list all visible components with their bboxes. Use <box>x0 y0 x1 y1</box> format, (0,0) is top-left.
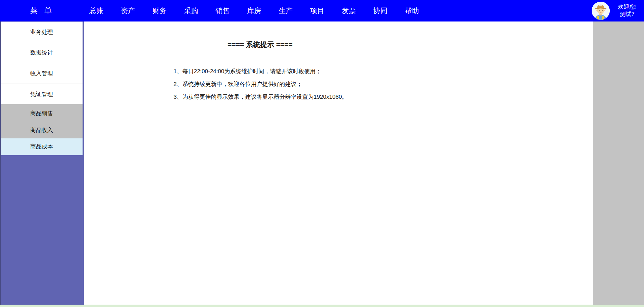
sidebar-subitem-product-sales[interactable]: 商品销售 <box>1 105 83 122</box>
main-content: ==== 系统提示 ==== 1、每日22:00-24:00为系统维护时间，请避… <box>84 21 593 305</box>
notice-line-maintenance: 1、每日22:00-24:00为系统维护时间，请避开该时段使用； <box>174 65 593 78</box>
nav-item-finance[interactable]: 财务 <box>152 0 166 21</box>
right-gray-strip <box>593 21 644 305</box>
sidebar-item-voucher-management[interactable]: 凭证管理 <box>1 84 83 105</box>
sidebar-item-data-statistics[interactable]: 数据统计 <box>1 42 83 63</box>
menu-button[interactable]: 菜 单 <box>30 6 52 16</box>
welcome-block: 欢迎您! 测试7 <box>615 3 639 18</box>
bottom-green-strip <box>0 305 644 307</box>
system-notice-list: 1、每日22:00-24:00为系统维护时间，请避开该时段使用； 2、系统持续更… <box>174 65 593 103</box>
notice-line-updates: 2、系统持续更新中，欢迎各位用户提供好的建议； <box>174 78 593 91</box>
nav-item-projects[interactable]: 项目 <box>310 0 324 21</box>
user-area: 欢迎您! 测试7 <box>592 0 639 21</box>
sidebar: 业务处理 数据统计 收入管理 凭证管理 商品销售 商品收入 商品成本 <box>0 21 84 305</box>
top-navigation-bar: 菜 单 总账 资产 财务 采购 销售 库房 生产 项目 发票 协同 帮助 <box>0 0 644 21</box>
nav-item-procurement[interactable]: 采购 <box>184 0 198 21</box>
nav-item-sales[interactable]: 销售 <box>215 0 230 21</box>
notice-line-resolution: 3、为获得更佳的显示效果，建议将显示器分辨率设置为1920x1080。 <box>174 91 593 103</box>
nav-item-general-ledger[interactable]: 总账 <box>89 0 103 21</box>
nav-item-help[interactable]: 帮助 <box>405 0 419 21</box>
welcome-text: 欢迎您! <box>615 3 639 11</box>
sidebar-item-business-processing[interactable]: 业务处理 <box>1 21 83 42</box>
nav-item-assets[interactable]: 资产 <box>121 0 135 21</box>
sidebar-item-income-management[interactable]: 收入管理 <box>1 63 83 84</box>
nav-item-production[interactable]: 生产 <box>279 0 293 21</box>
username-text: 测试7 <box>615 11 639 18</box>
sidebar-subitem-product-income[interactable]: 商品收入 <box>1 122 83 138</box>
top-nav: 总账 资产 财务 采购 销售 库房 生产 项目 发票 协同 帮助 <box>89 0 419 21</box>
nav-item-collaboration[interactable]: 协同 <box>373 0 387 21</box>
sidebar-subitem-product-cost[interactable]: 商品成本 <box>1 138 83 155</box>
user-avatar[interactable] <box>592 2 610 20</box>
nav-item-invoices[interactable]: 发票 <box>342 0 356 21</box>
system-notice-title: ==== 系统提示 ==== <box>173 40 347 49</box>
nav-item-warehouse[interactable]: 库房 <box>247 0 261 21</box>
farmer-avatar-icon <box>592 2 610 20</box>
